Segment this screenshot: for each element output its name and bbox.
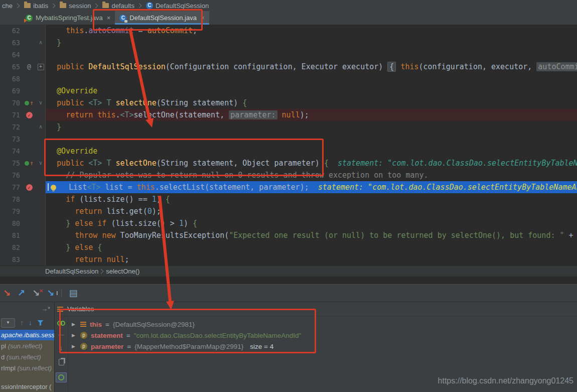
- breadcrumb-item-che[interactable]: che: [0, 2, 15, 10]
- breakpoint-icon[interactable]: ✓: [26, 112, 33, 118]
- settings-button[interactable]: [56, 372, 67, 382]
- show-execution-point-icon[interactable]: →*: [41, 305, 50, 313]
- code-line-81[interactable]: 81 throw new TooManyResultsException("Ex…: [0, 229, 577, 241]
- code-line-68[interactable]: 68: [0, 73, 577, 85]
- line-number[interactable]: 75: [0, 157, 22, 169]
- line-number[interactable]: 77: [0, 181, 22, 193]
- line-number[interactable]: 71: [0, 109, 22, 121]
- fold-marker[interactable]: [36, 133, 45, 145]
- line-number[interactable]: 80: [0, 217, 22, 229]
- evaluate-expression-icon[interactable]: ▤: [69, 288, 77, 298]
- fold-marker[interactable]: [36, 73, 45, 85]
- breadcrumb-item-defaults[interactable]: defaults: [100, 2, 136, 10]
- stack-frame-row[interactable]: pl (sun.reflect): [0, 341, 54, 351]
- stack-frame-row[interactable]: ssionInterceptor (: [0, 381, 54, 392]
- fold-marker[interactable]: [36, 193, 45, 205]
- code-line-79[interactable]: 79 return list.get(0);: [0, 205, 577, 217]
- variable-row-this[interactable]: ▶this={DefaultSqlSession@2981}: [69, 319, 577, 330]
- fold-marker[interactable]: ∨: [36, 157, 45, 169]
- code-line-73[interactable]: 73: [0, 133, 577, 145]
- breakpoint-icon[interactable]: ✓: [26, 184, 33, 191]
- line-number[interactable]: 79: [0, 205, 22, 217]
- code-line-77[interactable]: 77✓ List<T> list = this.selectList(state…: [0, 181, 577, 193]
- tab-close-icon[interactable]: ×: [107, 14, 111, 22]
- stack-frame-row[interactable]: apache.ibatis.sessio: [0, 330, 54, 340]
- fold-marker[interactable]: [36, 253, 45, 266]
- code-line-65[interactable]: 65@+ public DefaultSqlSession(Configurat…: [0, 61, 577, 73]
- code-line-62[interactable]: 62 this.autoCommit = autoCommit;: [0, 25, 577, 37]
- code-line-69[interactable]: 69 @Override: [0, 85, 577, 97]
- line-number[interactable]: 74: [0, 145, 22, 157]
- fold-marker[interactable]: ∨: [36, 97, 45, 109]
- fold-marker[interactable]: [36, 181, 45, 193]
- fold-marker[interactable]: ∧: [36, 37, 45, 49]
- thread-selector-dropdown[interactable]: ▼: [1, 318, 15, 328]
- line-number[interactable]: 73: [0, 133, 22, 145]
- variable-row-statement[interactable]: ▶pstatement="com.lot.dao.ClassDao.select…: [69, 330, 577, 341]
- line-number[interactable]: 64: [0, 49, 22, 61]
- move-down-icon[interactable]: ↓: [60, 344, 63, 352]
- override-method-icon[interactable]: [25, 161, 29, 166]
- force-step-into-icon[interactable]: ↘: [3, 288, 11, 298]
- variable-row-parameter[interactable]: ▶pparameter={MapperMethod$ParamMap@2991}…: [69, 341, 577, 352]
- intention-bulb-icon[interactable]: [51, 185, 56, 190]
- code-line-82[interactable]: 82 } else {: [0, 241, 577, 253]
- frame-down-icon[interactable]: ↓: [29, 319, 32, 327]
- add-watch-icon[interactable]: [57, 320, 65, 326]
- line-number[interactable]: 62: [0, 25, 22, 37]
- breadcrumb-item-session[interactable]: session: [58, 2, 93, 10]
- code-line-72[interactable]: 72∧ }: [0, 121, 577, 133]
- step-out-icon[interactable]: ↗: [18, 288, 25, 298]
- fold-marker[interactable]: ∧: [36, 121, 45, 133]
- line-number[interactable]: 78: [0, 193, 22, 205]
- fold-marker[interactable]: +: [36, 61, 45, 73]
- line-number[interactable]: 65: [0, 61, 22, 73]
- fold-marker[interactable]: [36, 241, 45, 253]
- code-line-74[interactable]: 74 @Override: [0, 145, 577, 157]
- fold-expand-icon[interactable]: +: [38, 64, 44, 70]
- breadcrumb-item-ibatis[interactable]: ibatis: [22, 2, 50, 10]
- fold-marker[interactable]: [36, 217, 45, 229]
- fold-marker[interactable]: [36, 85, 45, 97]
- frame-up-icon[interactable]: ↑: [20, 319, 24, 327]
- fold-marker[interactable]: [36, 109, 45, 121]
- code-line-64[interactable]: 64: [0, 49, 577, 61]
- expand-triangle-icon[interactable]: ▶: [72, 322, 77, 327]
- copy-icon[interactable]: [59, 359, 64, 365]
- code-line-80[interactable]: 80 } else if (list.size() > 1) {: [0, 217, 577, 229]
- fold-marker[interactable]: [36, 169, 45, 181]
- code-editor[interactable]: 62 this.autoCommit = autoCommit;63∧ }646…: [0, 25, 577, 266]
- code-line-83[interactable]: 83 return null;: [0, 253, 577, 266]
- tab-close-icon[interactable]: ×: [201, 14, 205, 22]
- fold-marker[interactable]: [36, 145, 45, 157]
- expand-triangle-icon[interactable]: ▶: [72, 333, 77, 338]
- run-to-cursor-icon[interactable]: ↘I: [47, 288, 54, 298]
- filter-frames-icon[interactable]: [37, 320, 44, 326]
- fold-marker[interactable]: [36, 205, 45, 217]
- line-number[interactable]: 70: [0, 97, 22, 109]
- line-number[interactable]: 76: [0, 169, 22, 181]
- fold-marker[interactable]: [36, 25, 45, 37]
- stack-frame-row[interactable]: rImpl (sun.reflect): [0, 363, 54, 373]
- fold-marker[interactable]: [36, 49, 45, 61]
- override-method-icon[interactable]: [25, 101, 29, 105]
- line-number[interactable]: 83: [0, 253, 22, 266]
- line-number[interactable]: 69: [0, 85, 22, 97]
- code-line-70[interactable]: 70↑∨ public <T> T selectOne(String state…: [0, 97, 577, 109]
- editor-breadcrumb-item[interactable]: DefaultSqlSession: [45, 268, 98, 275]
- drop-frame-icon[interactable]: ↘✕: [32, 288, 40, 298]
- line-number[interactable]: 82: [0, 241, 22, 253]
- stack-frame-row[interactable]: d (sun.reflect): [0, 352, 54, 362]
- line-number[interactable]: 72: [0, 121, 22, 133]
- code-line-78[interactable]: 78 if (list.size() == 1) {: [0, 193, 577, 205]
- line-number[interactable]: 81: [0, 229, 22, 241]
- code-line-75[interactable]: 75↑∨ public <T> T selectOne(String state…: [0, 157, 577, 169]
- editor-breadcrumb-item[interactable]: selectOne(): [106, 268, 139, 275]
- line-number[interactable]: 68: [0, 73, 22, 85]
- expand-triangle-icon[interactable]: ▶: [72, 344, 77, 349]
- tab-DefaultSqlSession.java[interactable]: CDefaultSqlSession.java×: [115, 11, 209, 25]
- tab-MybatisSpringTest.java[interactable]: CMybatisSpringTest.java×: [21, 11, 115, 25]
- line-number[interactable]: 63: [0, 37, 22, 49]
- code-line-76[interactable]: 76 // Popular vote was to return null on…: [0, 169, 577, 181]
- breadcrumb-item-DefaultSqlSession[interactable]: CDefaultSqlSession: [144, 2, 211, 10]
